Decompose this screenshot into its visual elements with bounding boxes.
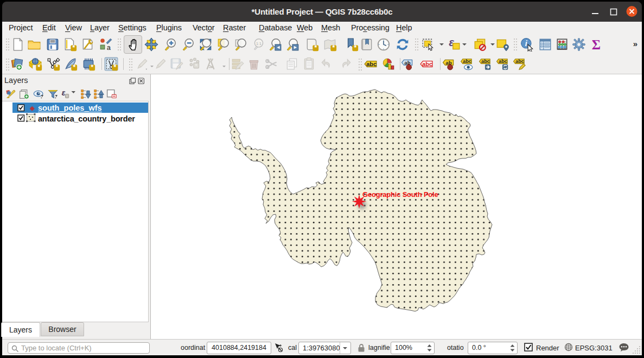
svg-text:abc: abc xyxy=(463,59,471,64)
svg-text:1:1: 1:1 xyxy=(256,42,262,46)
svg-text:*: * xyxy=(332,44,335,52)
svg-text:Σ: Σ xyxy=(592,37,601,52)
svg-text:abc: abc xyxy=(515,59,524,64)
svg-text:*: * xyxy=(314,44,317,52)
svg-text:a: a xyxy=(107,43,111,52)
svg-text:*: * xyxy=(91,63,93,71)
svg-text:abc: abc xyxy=(481,59,490,64)
svg-text:abc: abc xyxy=(499,59,507,64)
svg-text:abc: abc xyxy=(422,61,432,67)
svg-text:*: * xyxy=(195,62,197,68)
svg-text:*: * xyxy=(55,63,58,71)
svg-text:*: * xyxy=(37,63,40,71)
svg-text:ε: ε xyxy=(61,88,65,97)
svg-text:*: * xyxy=(72,44,75,52)
svg-text:*: * xyxy=(354,44,356,52)
svg-text:*: * xyxy=(113,63,116,71)
svg-text:*: * xyxy=(73,63,75,71)
svg-text:Geographic South Pole: Geographic South Pole xyxy=(362,190,438,199)
svg-text:abc: abc xyxy=(366,61,377,67)
